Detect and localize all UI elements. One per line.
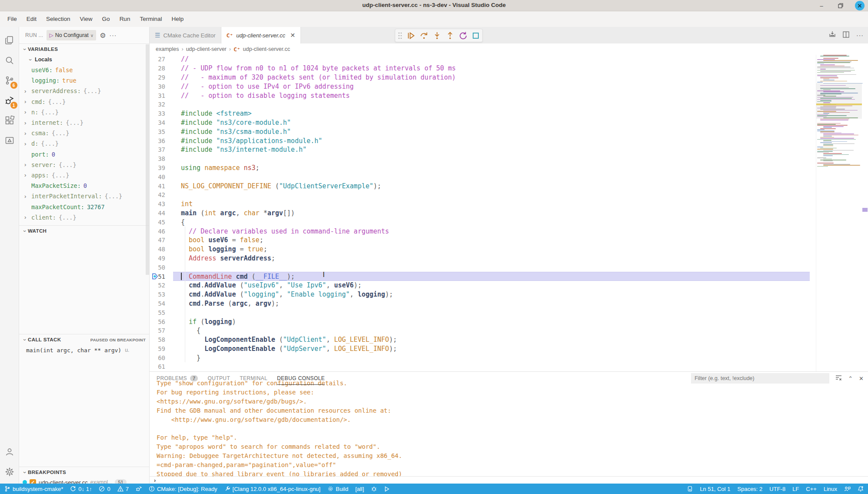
status-server[interactable] [687,486,693,492]
tab-cmake-cache-editor[interactable]: ☰CMake Cache Editor [150,27,221,43]
split-editor-icon[interactable] [843,31,849,40]
chevron-collapsed-icon[interactable]: › [24,109,31,115]
status-play[interactable] [384,486,390,492]
search-icon[interactable] [1,50,18,70]
code-line[interactable]: 57 { [150,326,868,335]
variable-row[interactable]: ›d:{...} [19,138,149,149]
start-debug-icon[interactable]: ▷ [49,32,53,38]
chevron-collapsed-icon[interactable]: › [24,88,31,94]
step-into-button[interactable] [433,31,441,40]
code-line[interactable]: 35#include "ns3/csma-module.h" [150,127,868,136]
console-prompt-row[interactable]: › [150,476,868,484]
step-out-button[interactable] [446,31,454,40]
code-line[interactable]: 47 bool useV6 = false; [150,236,868,245]
debug-gear-icon[interactable]: ⚙ [100,31,106,40]
status-spaces-2[interactable]: Spaces: 2 [738,486,763,492]
status-ln-51-col-1[interactable]: Ln 51, Col 1 [700,486,730,492]
code-line[interactable]: 44main (int argc, char *argv[]) [150,209,868,218]
code-line[interactable]: 29// - maximum of 320 packets sent (or l… [150,73,868,82]
variable-row[interactable]: ›cmd:{...} [19,97,149,107]
panel-tab-debug-console[interactable]: DEBUG CONSOLE [277,372,325,385]
panel-tab-terminal[interactable]: TERMINAL [240,372,267,385]
status-utf-8[interactable]: UTF-8 [769,486,785,492]
code-line[interactable]: 56 if (logging) [150,317,868,326]
chevron-collapsed-icon[interactable]: › [24,140,31,147]
status-error[interactable]: 0 [99,486,110,492]
run-or-debug-icon[interactable] [829,31,836,40]
code-editor[interactable]: 27//28// - UDP flow from n0 to n1 of 102… [150,55,868,371]
chevron-collapsed-icon[interactable]: › [24,172,31,178]
breakpoint-row[interactable]: ✓ udp-client-server.cc exampl... 51 [19,477,149,484]
menu-item-file[interactable]: File [3,13,22,25]
variable-row[interactable]: ›csma:{...} [19,128,149,138]
code-line[interactable]: 40 [150,172,868,181]
chevron-collapsed-icon[interactable]: › [24,130,31,137]
code-line[interactable]: 58 LogComponentEnable ("UdpClient", LOG_… [150,335,868,344]
close-button[interactable]: ✕ [855,1,865,10]
debug-more-icon[interactable]: ··· [109,32,117,39]
status--all-[interactable]: [all] [355,486,364,492]
menu-item-selection[interactable]: Selection [41,13,75,25]
code-line[interactable]: 50 [150,263,868,272]
close-panel-icon[interactable]: ✕ [859,375,864,382]
variable-row[interactable]: ›n:{...} [19,107,149,117]
code-line[interactable]: 34#include "ns3/core-module.h" [150,118,868,127]
minimap-slider[interactable] [816,83,862,119]
menu-item-edit[interactable]: Edit [22,13,41,25]
watch-header[interactable]: › WATCH [19,226,149,236]
code-line[interactable]: 45{ [150,217,868,227]
stop-button[interactable] [472,32,480,40]
code-line[interactable]: 59 LogComponentEnable ("UdpServer", LOG_… [150,344,868,354]
code-line[interactable]: 51 CommandLine cmd (__FILE__); [150,272,868,281]
clear-console-icon[interactable] [835,374,842,382]
breadcrumb-segment[interactable]: udp-client-server.cc [243,46,290,52]
variable-row[interactable]: ›interPacketInterval:{...} [19,191,149,201]
chevron-collapsed-icon[interactable]: › [24,120,31,126]
status-info[interactable]: CMake: [Debug]: Ready [149,486,217,492]
variable-row[interactable]: ›serverAddress:{...} [19,86,149,96]
account-icon[interactable] [1,442,18,462]
test-panel-icon[interactable] [1,130,18,150]
breadcrumb-segment[interactable]: udp-client-server [186,46,227,52]
status-linux[interactable]: Linux [824,486,837,492]
explorer-icon[interactable] [1,30,18,50]
variable-row[interactable]: port:0 [19,149,149,160]
minimap[interactable] [816,55,862,371]
restart-button[interactable] [459,31,467,40]
status-bug[interactable] [371,486,377,492]
locals-scope[interactable]: › Locals [19,54,149,65]
code-line[interactable]: 46 // Declare variables used in command-… [150,227,868,236]
debug-console-output[interactable]: Type "show configuration" for configurat… [150,379,868,476]
breakpoint-checkbox[interactable]: ✓ [30,479,36,484]
chevron-collapsed-icon[interactable]: › [24,193,31,200]
variables-header[interactable]: › VARIABLES [19,44,149,54]
variable-row[interactable]: ›server:{...} [19,160,149,170]
code-line[interactable]: 60 } [150,353,868,362]
continue-button[interactable] [407,31,415,40]
code-line[interactable]: 48 bool logging = true; [150,245,868,254]
overview-ruler[interactable] [862,55,868,371]
code-line[interactable]: 28// - UDP flow from n0 to n1 of 1024 by… [150,64,868,73]
breadcrumb-segment[interactable]: examples [156,46,179,52]
step-over-button[interactable] [420,31,428,40]
code-line[interactable]: 33#include <fstream> [150,109,868,118]
variable-row[interactable]: ›apps:{...} [19,170,149,180]
code-line[interactable]: 39using namespace ns3; [150,164,868,173]
menu-item-go[interactable]: Go [97,13,115,25]
extensions-icon[interactable] [1,110,18,130]
console-filter-input[interactable] [691,373,829,384]
code-line[interactable]: 32 [150,100,868,109]
status-c++[interactable]: C++ [806,486,817,492]
minimize-button[interactable]: – [817,1,826,10]
code-line[interactable]: 54 cmd.Parse (argc, argv); [150,299,868,308]
code-line[interactable]: 61 [150,362,868,371]
code-line[interactable]: 43int [150,200,868,209]
variable-row[interactable]: useV6:false [19,65,149,75]
restore-button[interactable] [836,1,845,10]
menu-item-view[interactable]: View [75,13,97,25]
code-line[interactable]: 52 cmd.AddValue ("useIpv6", "Use Ipv6", … [150,281,868,290]
code-line[interactable]: 38 [150,154,868,164]
tab-close-icon[interactable]: ✕ [290,32,295,39]
status-branch[interactable]: buildsystem-cmake* [4,486,63,492]
code-line[interactable]: 31// - option to disable logging stateme… [150,91,868,100]
